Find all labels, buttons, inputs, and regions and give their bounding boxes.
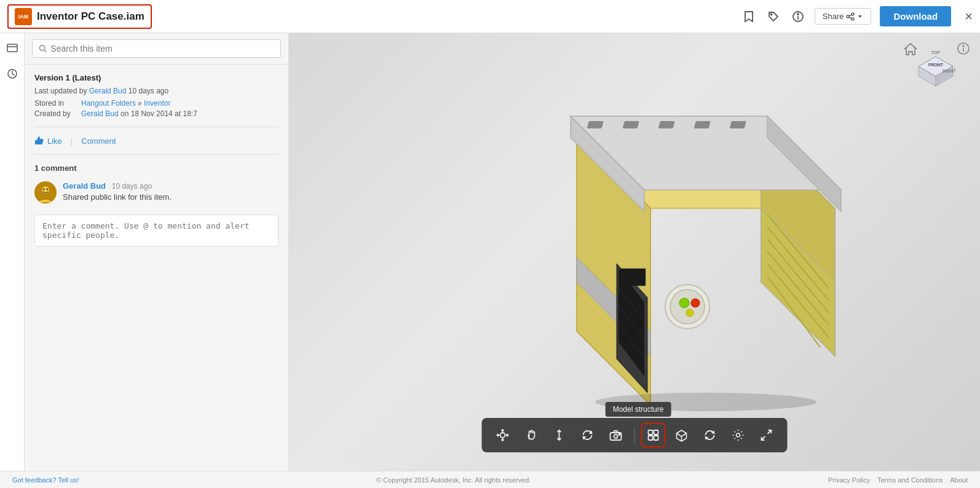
svg-point-50	[691, 299, 700, 307]
svg-point-0	[770, 14, 772, 15]
stored-label: Stored in	[34, 99, 77, 108]
svg-point-77	[737, 433, 740, 437]
title-badge: IAM Inventor PC Case.iam	[7, 4, 152, 29]
avatar	[34, 181, 57, 203]
stored-in-row: Stored in Hangout Folders » Inventor	[34, 99, 279, 108]
divider-2	[34, 154, 279, 155]
svg-point-17	[47, 189, 49, 191]
creator-link[interactable]: Gerald Bud	[81, 109, 119, 118]
svg-point-6	[852, 18, 854, 20]
like-button[interactable]: Like	[34, 136, 62, 146]
search-box[interactable]	[32, 39, 281, 58]
camera-button[interactable]	[604, 423, 628, 447]
comment-count: 1 comment	[34, 163, 279, 173]
divider-1	[34, 127, 279, 127]
panel-body: Version 1 (Latest) Last updated by Geral…	[25, 65, 288, 257]
svg-line-79	[762, 436, 765, 440]
sidebar-icon-strip	[0, 33, 25, 471]
top-bar: IAM Inventor PC Case.iam Share	[0, 0, 980, 33]
svg-line-75	[682, 433, 687, 436]
footer-copyright: © Copyright 2015 Autodesk, Inc. All righ…	[376, 476, 531, 484]
share-button[interactable]: Share	[815, 8, 872, 25]
svg-point-60	[500, 433, 505, 438]
svg-point-12	[39, 45, 45, 51]
sidebar-clock-icon[interactable]	[4, 65, 21, 82]
comment-content: Gerald Bud 10 days ago Shared public lin…	[63, 181, 172, 203]
sidebar-model-icon[interactable]	[4, 39, 21, 57]
subfolder-link[interactable]: Inventor	[144, 99, 170, 108]
svg-point-51	[686, 309, 694, 317]
svg-point-4	[852, 13, 854, 15]
svg-rect-36	[623, 121, 639, 128]
settings-button[interactable]	[726, 423, 751, 447]
svg-rect-70	[654, 430, 658, 435]
svg-text:TOP: TOP	[931, 50, 941, 55]
footer-links: Privacy Policy Terms and Conditions Abou…	[828, 476, 968, 484]
svg-point-3	[797, 14, 799, 15]
updated-author-link[interactable]: Gerald Bud	[89, 87, 127, 95]
footer-feedback[interactable]: Got feedback? Tell us!	[12, 476, 79, 484]
search-icon	[39, 44, 47, 53]
svg-rect-38	[694, 121, 711, 128]
svg-rect-39	[730, 121, 746, 128]
pan-button[interactable]	[491, 423, 515, 447]
page-title: Inventor PC Case.iam	[37, 10, 144, 23]
download-button[interactable]: Download	[880, 6, 951, 26]
expand-button[interactable]	[754, 423, 779, 447]
svg-point-67	[614, 435, 618, 438]
svg-rect-69	[649, 430, 653, 435]
hand-button[interactable]	[519, 423, 543, 447]
refresh-button[interactable]	[698, 423, 722, 447]
comment-time: 10 days ago	[112, 182, 152, 191]
rotate-button[interactable]	[575, 423, 600, 447]
search-box-wrap	[25, 33, 288, 65]
view-cube-button[interactable]	[670, 423, 694, 447]
bottom-toolbar	[482, 418, 788, 452]
model-structure-button[interactable]	[641, 423, 666, 447]
svg-point-49	[679, 298, 689, 308]
svg-text:RIGHT: RIGHT	[942, 69, 957, 73]
left-panel: Version 1 (Latest) Last updated by Geral…	[25, 33, 289, 471]
action-row: Like | Comment	[34, 136, 279, 146]
viewer-area[interactable]: FRONT TOP RIGHT	[289, 33, 980, 471]
svg-rect-37	[658, 121, 675, 128]
comment-text: Shared public link for this item.	[63, 192, 172, 202]
model-structure-tooltip: Model structure	[606, 402, 671, 417]
file-type-icon: IAM	[15, 8, 32, 25]
footer-about-link[interactable]: About	[950, 476, 968, 484]
svg-point-20	[963, 45, 964, 47]
svg-line-8	[849, 17, 852, 18]
comment-button[interactable]: Comment	[81, 136, 116, 146]
close-button[interactable]: ×	[965, 9, 973, 25]
comment-author[interactable]: Gerald Bud	[63, 181, 106, 191]
svg-rect-71	[649, 436, 653, 440]
info-icon[interactable]	[790, 9, 806, 25]
comment-item: Gerald Bud 10 days ago Shared public lin…	[34, 181, 279, 203]
thumbs-up-icon	[34, 136, 44, 146]
svg-point-16	[43, 189, 45, 191]
created-label: Created by	[34, 109, 77, 118]
version-label: Version 1 (Latest)	[34, 73, 279, 82]
footer-terms-link[interactable]: Terms and Conditions	[877, 476, 942, 484]
cube-navigator[interactable]: FRONT TOP RIGHT	[912, 42, 955, 85]
svg-rect-35	[587, 121, 604, 128]
svg-line-13	[44, 50, 46, 52]
search-input[interactable]	[50, 44, 274, 53]
svg-line-74	[677, 433, 682, 436]
folder-link[interactable]: Hangout Folders	[81, 99, 136, 108]
main-content: Version 1 (Latest) Last updated by Geral…	[0, 33, 980, 471]
svg-rect-9	[7, 44, 17, 52]
top-bar-actions: Share Download ×	[741, 6, 973, 26]
pc-case-model	[466, 98, 872, 419]
comment-input[interactable]	[34, 214, 279, 246]
move-button[interactable]	[547, 423, 572, 447]
svg-line-78	[768, 430, 772, 434]
toolbar-sep-1	[634, 427, 635, 444]
bookmark-icon[interactable]	[741, 9, 757, 25]
svg-rect-68	[619, 434, 620, 435]
tag-icon[interactable]	[765, 9, 781, 25]
svg-line-7	[849, 15, 852, 16]
svg-rect-72	[654, 436, 658, 440]
svg-point-5	[847, 15, 849, 18]
footer-privacy-link[interactable]: Privacy Policy	[828, 476, 870, 484]
